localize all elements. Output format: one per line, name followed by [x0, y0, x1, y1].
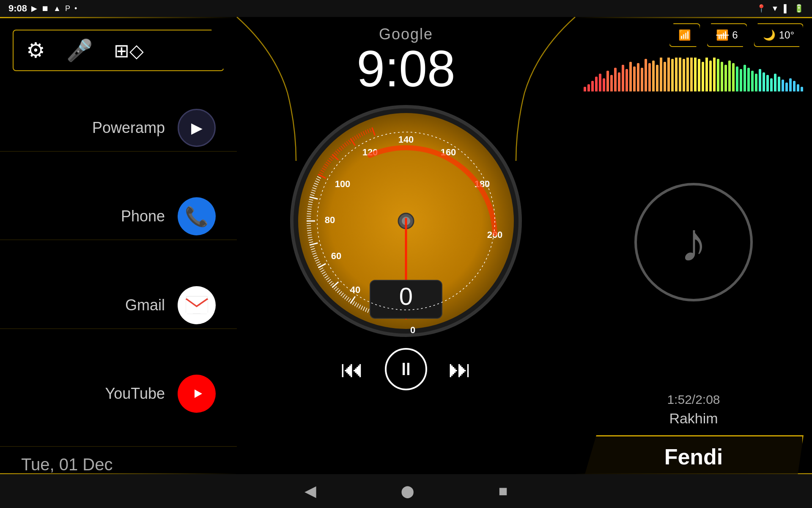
- time-display: 9:08: [357, 43, 455, 94]
- top-controls: ⚙ 🎤 ⊞◇: [13, 30, 224, 71]
- grid-icon[interactable]: ⊞◇: [114, 40, 144, 61]
- status-right-icons: 📍 ▼ ▌ 🔋: [757, 4, 804, 13]
- svg-text:0: 0: [399, 282, 413, 310]
- wifi-icon: 📶: [678, 29, 691, 41]
- eq-bar: [770, 78, 773, 91]
- navigation-bar: ◀ ⬤ ■: [0, 474, 812, 508]
- pause-button[interactable]: ⏸: [385, 348, 427, 390]
- eq-bar: [782, 80, 784, 91]
- svg-text:80: 80: [325, 215, 335, 225]
- eq-bar: [751, 71, 754, 91]
- poweramp-icon: ▶: [178, 109, 216, 147]
- music-note-icon: ♪: [680, 210, 708, 274]
- settings-icon[interactable]: ⚙: [26, 38, 45, 63]
- music-icon-area: ♪: [575, 100, 812, 384]
- eq-bar: [801, 87, 803, 91]
- svg-line-58: [307, 214, 311, 214]
- phone-icon: 📞: [178, 197, 216, 235]
- wifi-status-icon: ▼: [771, 4, 779, 13]
- stop-status-icon: ⏹: [41, 4, 49, 13]
- eq-bar: [797, 84, 799, 91]
- wind-widget[interactable]: 📶 6: [707, 23, 747, 47]
- top-widgets: 📶 📶 6 🌙 10°: [575, 17, 812, 53]
- eq-bar: [774, 74, 776, 91]
- eq-bar: [724, 65, 727, 91]
- status-time: 9:08: [8, 3, 27, 14]
- eq-bar: [664, 62, 666, 91]
- wifi-widget[interactable]: 📶: [669, 23, 700, 47]
- svg-text:60: 60: [331, 251, 341, 261]
- back-button[interactable]: ◀: [304, 482, 316, 500]
- wind-value: 6: [732, 29, 738, 41]
- svg-text:40: 40: [350, 284, 360, 295]
- adobe-status-icon: ▲: [53, 4, 61, 13]
- eq-bar: [622, 65, 624, 91]
- eq-bar: [713, 58, 716, 91]
- eq-bar: [660, 58, 662, 91]
- eq-bar: [587, 84, 590, 91]
- eq-bar: [709, 61, 712, 91]
- eq-bar: [603, 78, 605, 91]
- microphone-icon[interactable]: 🎤: [66, 38, 93, 63]
- eq-bar: [755, 74, 757, 91]
- signal-icon: ▌: [784, 4, 789, 13]
- prev-track-button[interactable]: ⏮: [340, 356, 364, 383]
- eq-bar: [595, 77, 598, 91]
- app-item-youtube[interactable]: YouTube: [0, 370, 237, 417]
- recent-apps-button[interactable]: ■: [499, 482, 508, 500]
- eq-bar: [778, 77, 780, 91]
- eq-bar: [618, 72, 620, 91]
- battery-icon: 🔋: [794, 4, 804, 13]
- track-artist: Rakhim: [584, 410, 804, 427]
- youtube-icon: [178, 375, 216, 413]
- poweramp-label: Poweramp: [92, 119, 165, 137]
- equalizer: [584, 58, 804, 91]
- wind-icon: 📶: [716, 29, 729, 41]
- eq-bar: [740, 69, 742, 91]
- eq-bar: [614, 68, 617, 91]
- eq-bar: [591, 81, 594, 91]
- eq-bar: [645, 59, 647, 91]
- eq-bar: [736, 66, 738, 91]
- eq-bar: [721, 62, 723, 91]
- app-item-phone[interactable]: Phone 📞: [0, 193, 237, 240]
- eq-bar: [766, 75, 769, 91]
- eq-bar: [679, 58, 681, 91]
- eq-bar: [789, 78, 792, 91]
- eq-bar: [690, 58, 693, 91]
- eq-bar: [683, 59, 685, 91]
- weather-widget[interactable]: 🌙 10°: [754, 23, 804, 47]
- center-panel: Google 9:08: [237, 17, 575, 491]
- app-item-gmail[interactable]: Gmail: [0, 282, 237, 329]
- eq-bar: [793, 81, 796, 91]
- weather-value: 10°: [779, 29, 794, 41]
- app-item-poweramp[interactable]: Poweramp ▶: [0, 105, 237, 152]
- eq-bar: [584, 87, 586, 91]
- eq-bar: [633, 66, 636, 91]
- eq-bar: [763, 72, 765, 91]
- eq-bar: [606, 71, 609, 91]
- svg-line-59: [307, 211, 311, 212]
- eq-bar: [743, 65, 746, 91]
- status-bar: 9:08 ▶ ⏹ ▲ P • 📍 ▼ ▌ 🔋: [0, 0, 812, 17]
- home-button[interactable]: ⬤: [401, 484, 414, 498]
- eq-bar: [671, 59, 674, 91]
- svg-line-52: [307, 228, 311, 228]
- speedometer: 140 160 180 200 120 100 80 60 40 20 0 0: [288, 102, 524, 340]
- pandora-status-icon: P: [65, 4, 70, 13]
- gmail-label: Gmail: [125, 296, 165, 314]
- svg-text:100: 100: [335, 179, 351, 189]
- next-track-button[interactable]: ⏭: [448, 356, 472, 383]
- eq-bar: [667, 58, 670, 91]
- svg-text:0: 0: [410, 325, 415, 335]
- eq-bar: [694, 58, 697, 91]
- right-panel: 📶 📶 6 🌙 10° ♪ 1:52/2:08 Rakhim Fendi: [575, 17, 812, 491]
- play-status-icon: ▶: [31, 4, 37, 13]
- gmail-icon: [178, 286, 216, 324]
- eq-bar: [610, 75, 613, 91]
- eq-bar: [648, 63, 651, 91]
- app-list: Poweramp ▶ Phone 📞 Gmail: [0, 75, 237, 446]
- eq-bar: [728, 61, 731, 91]
- eq-bar: [702, 62, 704, 91]
- location-icon: 📍: [757, 4, 766, 13]
